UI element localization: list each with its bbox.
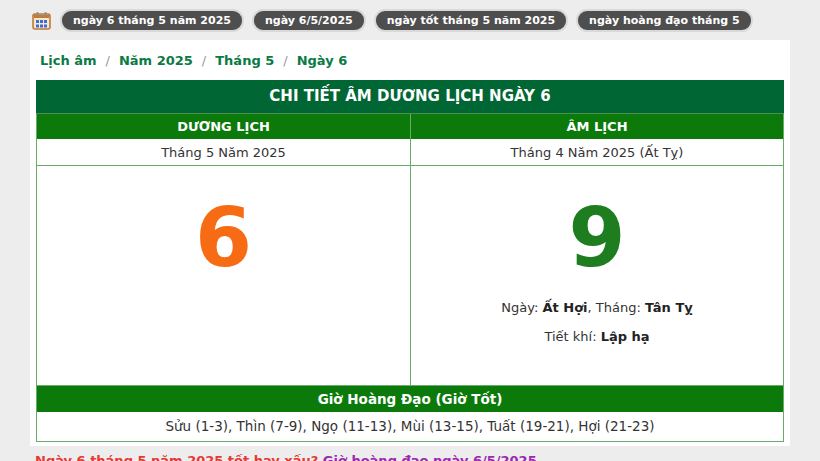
good-hours-list: Sửu (1-3), Thìn (7-9), Ngọ (11-13), Mùi …: [37, 412, 783, 441]
column-headers-row: DƯƠNG LỊCH ÂM LỊCH: [37, 114, 783, 139]
tag-ngay-6-5-2025[interactable]: ngày 6/5/2025: [252, 9, 366, 32]
tietkhi-line: Tiết khí: Lập hạ: [411, 329, 783, 344]
day-numbers-row: 6 9 Ngày: Ất Hợi, Tháng: Tân Tỵ Tiết khí…: [37, 166, 783, 385]
solar-column-header: DƯƠNG LỊCH: [37, 114, 410, 139]
month-row: Tháng 5 Năm 2025 Tháng 4 Năm 2025 (Ất Tỵ…: [37, 139, 783, 166]
lunar-month-label: Tháng 4 Năm 2025 (Ất Tỵ): [410, 139, 783, 166]
breadcrumb: Lịch âm / Năm 2025 / Tháng 5 / Ngày 6: [36, 40, 784, 80]
breadcrumb-thang-5[interactable]: Tháng 5: [215, 53, 274, 68]
content-card: Lịch âm / Năm 2025 / Tháng 5 / Ngày 6 CH…: [30, 40, 790, 446]
tag-ngay-6-thang-5[interactable]: ngày 6 tháng 5 năm 2025: [60, 9, 244, 32]
solar-day-number: 6: [37, 192, 410, 284]
lunar-canchi-line: Ngày: Ất Hợi, Tháng: Tân Tỵ: [411, 300, 783, 315]
breadcrumb-nam-2025[interactable]: Năm 2025: [119, 53, 193, 68]
tags-bar: ngày 6 tháng 5 năm 2025 ngày 6/5/2025 ng…: [31, 9, 753, 32]
tag-ngay-tot-thang-5[interactable]: ngày tốt tháng 5 năm 2025: [374, 9, 568, 32]
related-links-line: Ngày 6 tháng 5 năm 2025 tốt hay xấu? Giờ…: [35, 453, 537, 461]
calendar-detail-table: DƯƠNG LỊCH ÂM LỊCH Tháng 5 Năm 2025 Thán…: [36, 113, 784, 442]
lunar-column-header: ÂM LỊCH: [410, 114, 783, 139]
related-link-red[interactable]: Ngày 6 tháng 5 năm 2025 tốt hay xấu?: [35, 453, 323, 461]
breadcrumb-separator: /: [106, 53, 110, 68]
lunar-day-cell: 9 Ngày: Ất Hợi, Tháng: Tân Tỵ Tiết khí: …: [410, 166, 783, 385]
lunar-day-number: 9: [411, 192, 783, 284]
related-link-purple[interactable]: Giờ hoàng đạo ngày 6/5/2025: [323, 453, 537, 461]
lunar-calendar-page: { "tags_bar": { "tags": [ "ngày 6 tháng …: [0, 0, 820, 461]
calendar-icon: [31, 10, 52, 31]
breadcrumb-lich-am[interactable]: Lịch âm: [40, 53, 97, 68]
breadcrumb-separator: /: [202, 53, 206, 68]
solar-month-label: Tháng 5 Năm 2025: [37, 139, 410, 166]
good-hours-header: Giờ Hoàng Đạo (Giờ Tốt): [37, 385, 783, 412]
solar-day-cell: 6: [37, 166, 410, 385]
tag-ngay-hoang-dao[interactable]: ngày hoàng đạo tháng 5: [576, 9, 753, 32]
breadcrumb-separator: /: [283, 53, 287, 68]
page-title: CHI TIẾT ÂM DƯƠNG LỊCH NGÀY 6: [36, 80, 784, 113]
breadcrumb-ngay-6: Ngày 6: [297, 53, 348, 68]
